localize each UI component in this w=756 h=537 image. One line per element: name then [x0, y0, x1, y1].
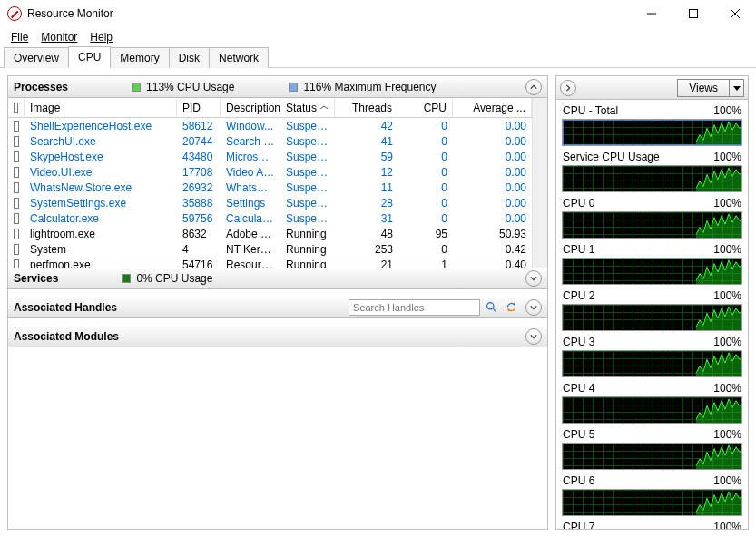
chart-block: CPU 4100% [562, 381, 742, 424]
row-checkbox[interactable] [8, 213, 25, 224]
chart-graph [562, 165, 742, 192]
chart-block: CPU 7100% [562, 520, 742, 529]
views-dropdown-button[interactable] [730, 79, 744, 97]
services-panel-header[interactable]: Services 0% CPU Usage [8, 268, 547, 289]
processes-scrollbar[interactable] [532, 98, 547, 268]
column-average[interactable]: Average ... [453, 98, 532, 117]
row-checkbox[interactable] [8, 121, 25, 132]
cell-cpu: 1 [398, 259, 453, 268]
row-checkbox[interactable] [8, 198, 25, 209]
minimize-button[interactable] [631, 0, 673, 27]
cell-description: Window... [221, 120, 280, 132]
cell-image: SearchUI.exe [25, 135, 177, 148]
cell-description: Video Ap... [221, 166, 280, 179]
cell-description: NT Kernel... [221, 243, 280, 256]
row-checkbox[interactable] [8, 167, 25, 178]
row-checkbox[interactable] [8, 151, 25, 162]
column-cpu[interactable]: CPU [398, 98, 453, 117]
cell-threads: 12 [335, 166, 398, 179]
menu-help[interactable]: Help [84, 29, 118, 45]
services-cpu-stat: 0% CPU Usage [122, 272, 212, 285]
cell-average: 0.00 [453, 197, 532, 210]
tab-cpu[interactable]: CPU [68, 46, 111, 68]
table-row[interactable]: SearchUI.exe20744Search a...Suspen...410… [8, 133, 532, 149]
cell-threads: 11 [335, 181, 398, 194]
table-row[interactable]: ShellExperienceHost.exe58612Window...Sus… [8, 118, 532, 133]
cell-image: lightroom.exe [25, 228, 177, 240]
chart-title: Service CPU Usage100% [562, 150, 742, 165]
search-icon [486, 301, 497, 313]
cell-image: ShellExperienceHost.exe [25, 120, 177, 132]
checkbox-icon [14, 103, 18, 113]
row-checkbox[interactable] [8, 136, 25, 147]
chart-block: CPU 5100% [562, 427, 742, 470]
handles-search-input[interactable] [349, 299, 480, 316]
processes-rows: ShellExperienceHost.exe58612Window...Sus… [8, 118, 532, 268]
handles-refresh-button[interactable] [502, 299, 520, 316]
processes-panel-header[interactable]: Processes 113% CPU Usage 116% Maximum Fr… [8, 76, 547, 98]
column-status[interactable]: Status [280, 98, 335, 117]
max-freq-stat: 116% Maximum Frequency [289, 81, 436, 93]
cell-description: Resourc... [221, 259, 280, 268]
cpu-charts: CPU - Total100%Service CPU Usage100%CPU … [556, 100, 748, 529]
cell-threads: 253 [335, 243, 398, 256]
column-description[interactable]: Description [221, 98, 280, 117]
table-row[interactable]: Calculator.exe59756Calculato...Suspen...… [8, 210, 532, 226]
cell-pid: 59756 [177, 212, 221, 225]
right-pane-collapse-button[interactable] [560, 80, 576, 96]
cell-status: Suspen... [280, 212, 335, 225]
menu-file[interactable]: File [5, 29, 34, 45]
chart-graph [562, 304, 742, 331]
table-row[interactable]: System4NT Kernel...Running25300.42 [8, 241, 532, 257]
chart-block: CPU 0100% [562, 196, 742, 239]
close-button[interactable] [714, 0, 756, 27]
cell-status: Running [280, 259, 335, 268]
tab-disk[interactable]: Disk [169, 47, 210, 68]
tab-network[interactable]: Network [209, 47, 269, 68]
modules-expand-button[interactable] [525, 328, 542, 345]
handles-panel-header[interactable]: Associated Handles [8, 297, 547, 318]
column-threads[interactable]: Threads [335, 98, 398, 117]
column-pid[interactable]: PID [177, 98, 221, 117]
row-checkbox[interactable] [8, 244, 25, 255]
table-row[interactable]: WhatsNew.Store.exe26932WhatsNe...Suspen.… [8, 180, 532, 195]
column-checkbox[interactable] [8, 98, 25, 117]
max-freq-color-icon [289, 83, 298, 92]
cell-average: 0.00 [453, 151, 532, 163]
table-row[interactable]: perfmon.exe54716Resourc...Running2110.40 [8, 257, 532, 268]
modules-panel-header[interactable]: Associated Modules [8, 326, 547, 347]
checkbox-icon [14, 167, 19, 178]
row-checkbox[interactable] [8, 259, 25, 268]
cell-image: WhatsNew.Store.exe [25, 181, 177, 194]
tab-memory[interactable]: Memory [110, 47, 169, 68]
cell-pid: 26932 [177, 181, 221, 194]
table-row[interactable]: SystemSettings.exe35888SettingsSuspen...… [8, 195, 532, 210]
cell-cpu: 0 [398, 135, 453, 148]
cell-status: Running [280, 228, 335, 240]
tab-overview[interactable]: Overview [4, 47, 69, 68]
cell-cpu: 95 [398, 228, 453, 240]
cell-status: Suspen... [280, 197, 335, 210]
cell-threads: 42 [335, 120, 398, 132]
table-row[interactable]: SkypeHost.exe43480Microsof...Suspen...59… [8, 149, 532, 164]
maximize-button[interactable] [673, 0, 714, 27]
chart-block: CPU 6100% [562, 474, 742, 516]
chart-block: CPU 2100% [562, 288, 742, 331]
table-row[interactable]: Video.UI.exe17708Video Ap...Suspen...120… [8, 164, 532, 180]
processes-title: Processes [14, 81, 68, 93]
menu-monitor[interactable]: Monitor [35, 29, 83, 45]
checkbox-icon [14, 244, 19, 255]
services-expand-button[interactable] [525, 270, 542, 287]
row-checkbox[interactable] [8, 182, 25, 193]
svg-rect-1 [690, 10, 698, 18]
views-button[interactable]: Views [677, 79, 730, 97]
row-checkbox[interactable] [8, 229, 25, 239]
handles-search-button[interactable] [482, 299, 500, 316]
handles-expand-button[interactable] [525, 299, 542, 316]
chart-title: CPU 1100% [562, 242, 742, 258]
processes-collapse-button[interactable] [525, 79, 542, 95]
table-row[interactable]: lightroom.exe8632Adobe P...Running489550… [8, 226, 532, 241]
svg-point-4 [486, 303, 493, 309]
column-image[interactable]: Image [25, 98, 177, 117]
chart-title: CPU 0100% [562, 196, 742, 211]
